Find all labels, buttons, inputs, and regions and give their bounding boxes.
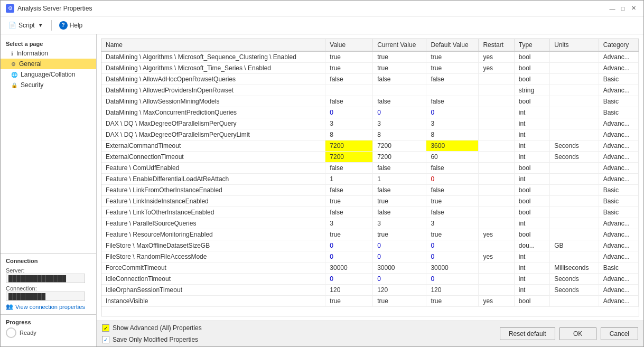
table-row[interactable]: DataMining \ AllowAdHocOpenRowsetQueries… (101, 74, 639, 85)
cell-value[interactable]: 3 (325, 118, 373, 129)
table-row[interactable]: ForceCommitTimeout 30000 30000 30000 int… (101, 262, 639, 274)
toolbar: 📄 Script ▼ ? Help (1, 16, 643, 34)
table-row[interactable]: Feature \ LinkFromOtherInstanceEnabled f… (101, 185, 639, 196)
cell-category: Advanc... (599, 129, 638, 140)
cell-category: Advanc... (599, 163, 638, 174)
cell-value[interactable]: 0 (325, 251, 373, 262)
cell-name: DataMining \ AllowSessionMiningModels (101, 96, 325, 107)
help-button[interactable]: ? Help (56, 20, 86, 31)
cell-category: Basic (599, 196, 638, 207)
cell-value[interactable]: true (325, 229, 373, 240)
cell-value[interactable]: 0 (325, 240, 373, 251)
cell-default-value: false (426, 207, 479, 218)
save-modified-label: Save Only Modified Properties (113, 336, 198, 343)
save-modified-checkbox[interactable]: ✓ (102, 336, 109, 343)
cell-current-value: 0 (373, 274, 426, 285)
reset-default-button[interactable]: Reset default (500, 327, 555, 340)
cell-type: int (514, 218, 549, 229)
cell-value[interactable]: true (325, 296, 373, 307)
cell-current-value: 120 (373, 285, 426, 296)
cell-value[interactable]: 0 (325, 107, 373, 118)
progress-title: Progress (6, 319, 91, 325)
sidebar-top: Select a page ℹ Information ⚙ General 🌐 … (1, 39, 96, 90)
cell-value[interactable]: 0 (325, 274, 373, 285)
table-row[interactable]: DAX \ DQ \ MaxDegreeOfParallelismPerQuer… (101, 129, 639, 140)
cancel-button[interactable]: Cancel (601, 327, 638, 340)
cell-value[interactable]: true (325, 51, 373, 63)
table-row[interactable]: DataMining \ Algorithms \ Microsoft_Time… (101, 63, 639, 74)
cell-current-value: 0 (373, 107, 426, 118)
cell-units: Seconds (550, 285, 599, 296)
table-row[interactable]: DAX \ DQ \ MaxDegreeOfParallelismPerQuer… (101, 118, 639, 129)
table-row[interactable]: DataMining \ AllowedProvidersInOpenRowse… (101, 85, 639, 96)
maximize-button[interactable]: □ (618, 4, 628, 13)
table-row[interactable]: Feature \ ComUdfEnabled false false fals… (101, 163, 639, 174)
close-button[interactable]: ✕ (629, 4, 638, 13)
minimize-button[interactable]: — (608, 4, 617, 13)
table-row[interactable]: Feature \ EnableDifferentialLoadAtReAtta… (101, 174, 639, 185)
table-row[interactable]: DataMining \ Algorithms \ Microsoft_Sequ… (101, 51, 639, 63)
sidebar-item-general[interactable]: ⚙ General (1, 59, 96, 69)
cell-value[interactable]: 1 (325, 174, 373, 185)
properties-table-container[interactable]: Name Value Current Value Default Value R… (101, 39, 639, 316)
show-advanced-toggle[interactable]: ✓ Show Advanced (All) Properties (102, 324, 202, 332)
save-modified-toggle[interactable]: ✓ Save Only Modified Properties (102, 336, 202, 343)
cell-type: bool (514, 296, 549, 307)
cell-value[interactable]: true (325, 63, 373, 74)
cell-value[interactable]: false (325, 74, 373, 85)
cell-value[interactable]: false (325, 207, 373, 218)
sidebar-item-security[interactable]: 🔒 Security (1, 80, 96, 90)
cell-type: dou... (514, 240, 549, 251)
table-row[interactable]: FileStore \ RandomFileAccessMode 0 0 0 y… (101, 251, 639, 262)
cell-value[interactable]: false (325, 96, 373, 107)
cell-restart (479, 274, 514, 285)
cell-value[interactable]: 120 (325, 285, 373, 296)
col-restart: Restart (479, 39, 514, 51)
cell-units (550, 174, 599, 185)
cell-value[interactable]: false (325, 185, 373, 196)
cell-default-value: 0 (426, 274, 479, 285)
cell-value[interactable]: 7200 (325, 140, 373, 152)
cell-restart (479, 118, 514, 129)
cell-type: int (514, 274, 549, 285)
cell-name: Feature \ EnableDifferentialLoadAtReAtta… (101, 174, 325, 185)
sidebar-item-information[interactable]: ℹ Information (1, 48, 96, 59)
ok-button[interactable]: OK (559, 327, 596, 340)
table-row[interactable]: Feature \ ParallelSourceQueries 3 3 3 in… (101, 218, 639, 229)
title-bar-controls: — □ ✕ (608, 4, 638, 13)
cell-value[interactable] (325, 85, 373, 96)
cell-value[interactable]: 7200 (325, 152, 373, 163)
table-row[interactable]: InstanceVisible true true true yes bool … (101, 296, 639, 307)
table-row[interactable]: ExternalConnectionTimeout 7200 7200 60 i… (101, 152, 639, 163)
cell-default-value: true (426, 51, 479, 63)
view-connection-link[interactable]: 👥 View connection properties (6, 303, 91, 310)
cell-value[interactable]: true (325, 196, 373, 207)
show-advanced-checkbox[interactable]: ✓ (102, 324, 109, 332)
table-row[interactable]: Feature \ ResourceMonitoringEnabled true… (101, 229, 639, 240)
table-row[interactable]: IdleConnectionTimeout 0 0 0 int Seconds … (101, 274, 639, 285)
col-name: Name (101, 39, 325, 51)
cell-value[interactable]: 3 (325, 218, 373, 229)
script-button[interactable]: 📄 Script ▼ (5, 20, 47, 31)
cell-category: Advanc... (599, 296, 638, 307)
cell-current-value: 3 (373, 218, 426, 229)
cell-default-value: false (426, 74, 479, 85)
table-row[interactable]: DataMining \ AllowSessionMiningModels fa… (101, 96, 639, 107)
table-row[interactable]: DataMining \ MaxConcurrentPredictionQuer… (101, 107, 639, 118)
cell-units (550, 85, 599, 96)
table-row[interactable]: ExternalCommandTimeout 7200 7200 3600 in… (101, 140, 639, 152)
col-category: Category (599, 39, 638, 51)
title-bar-left: ⚙ Analysis Server Properties (6, 4, 92, 13)
cell-name: Feature \ LinkFromOtherInstanceEnabled (101, 185, 325, 196)
table-row[interactable]: Feature \ LinkInsideInstanceEnabled true… (101, 196, 639, 207)
cell-units (550, 74, 599, 85)
cell-value[interactable]: 8 (325, 129, 373, 140)
sidebar-item-language-collation[interactable]: 🌐 Language/Collation (1, 69, 96, 80)
table-row[interactable]: IdleOrphanSessionTimeout 120 120 120 int… (101, 285, 639, 296)
cell-default-value: false (426, 96, 479, 107)
cell-value[interactable]: 30000 (325, 262, 373, 274)
table-row[interactable]: FileStore \ MaxOfflineDatasetSizeGB 0 0 … (101, 240, 639, 251)
table-row[interactable]: Feature \ LinkToOtherInstanceEnabled fal… (101, 207, 639, 218)
cell-category: Advanc... (599, 251, 638, 262)
cell-value[interactable]: false (325, 163, 373, 174)
